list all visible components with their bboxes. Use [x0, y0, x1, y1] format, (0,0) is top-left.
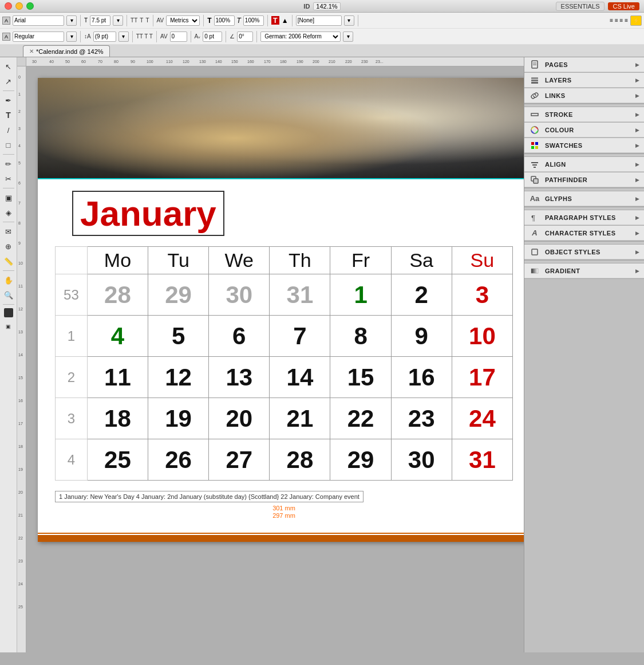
- leading-dropdown[interactable]: ▾: [118, 32, 129, 42]
- leading-input[interactable]: [93, 32, 116, 42]
- panel-links: LINKS ▶: [524, 88, 644, 104]
- panel-pages: PAGES ▶: [524, 57, 644, 73]
- panel-stroke-header[interactable]: STROKE ▶: [524, 107, 644, 122]
- calendar-day-cell[interactable]: 30: [391, 439, 452, 481]
- type-tool[interactable]: T: [2, 108, 15, 122]
- maximize-button[interactable]: [26, 2, 34, 10]
- close-button[interactable]: [5, 2, 12, 10]
- pen-tool[interactable]: ✒: [2, 93, 15, 107]
- panel-object-styles-header[interactable]: OBJECT STYLES ▶: [524, 245, 644, 259]
- font-family-input[interactable]: [13, 15, 64, 26]
- calendar-day-cell[interactable]: 5: [148, 316, 209, 357]
- swatch-none-input[interactable]: [296, 15, 342, 26]
- calendar-day-cell[interactable]: 27: [209, 439, 270, 481]
- font-size-dropdown[interactable]: ▾: [113, 15, 123, 26]
- window-controls[interactable]: [5, 2, 34, 10]
- gradient-feather-tool[interactable]: ◈: [2, 206, 15, 219]
- panel-colour-header[interactable]: COLOUR ▶: [524, 123, 644, 137]
- fill-color[interactable]: [4, 308, 13, 317]
- minimize-button[interactable]: [15, 2, 23, 10]
- cslive-button[interactable]: CS Live: [608, 2, 639, 10]
- vertical-scale-input[interactable]: [243, 15, 264, 26]
- calendar-day-cell[interactable]: 6: [209, 316, 270, 357]
- tab-close-icon[interactable]: ✕: [29, 48, 34, 54]
- kerning-value-input[interactable]: [170, 32, 187, 42]
- calendar-day-cell[interactable]: 9: [391, 316, 452, 357]
- panel-pages-header[interactable]: PAGES ▶: [524, 57, 644, 72]
- direct-select-tool[interactable]: ↗: [2, 74, 15, 88]
- panel-swatches-header[interactable]: SWATCHES ▶: [524, 138, 644, 153]
- note-tool[interactable]: ✉: [2, 225, 15, 238]
- calendar-day-cell[interactable]: 26: [148, 439, 209, 481]
- font-style-dropdown[interactable]: ▾: [66, 32, 77, 42]
- calendar-day-cell[interactable]: 10: [452, 316, 512, 357]
- line-tool[interactable]: /: [2, 123, 15, 137]
- gradient-swatch-tool[interactable]: ▣: [2, 191, 15, 204]
- kerning-select[interactable]: Metrics: [166, 15, 200, 26]
- calendar-day-cell[interactable]: 8: [330, 316, 391, 357]
- hand-tool[interactable]: ✋: [2, 273, 15, 287]
- calendar-day-cell[interactable]: 3: [452, 274, 512, 316]
- panel-gradient-header[interactable]: GRADIENT ▶: [524, 263, 644, 278]
- shape-tool[interactable]: □: [2, 138, 15, 152]
- calendar-day-cell[interactable]: 28: [87, 274, 148, 316]
- calendar-day-cell[interactable]: 13: [209, 357, 270, 398]
- font-size-input[interactable]: [90, 15, 110, 26]
- calendar-day-cell[interactable]: 28: [270, 439, 330, 481]
- font-style-input[interactable]: [13, 32, 64, 42]
- screen-mode[interactable]: ▣: [2, 320, 15, 333]
- panel-layers-header[interactable]: LAYERS ▶: [524, 73, 644, 88]
- calendar-day-cell[interactable]: 21: [270, 398, 330, 439]
- font-family-dropdown[interactable]: ▾: [66, 15, 77, 26]
- calendar-day-cell[interactable]: 29: [148, 274, 209, 316]
- calendar-day-cell[interactable]: 16: [391, 357, 452, 398]
- measure-tool[interactable]: 📏: [2, 254, 15, 268]
- pencil-tool[interactable]: ✏: [2, 157, 15, 171]
- panel-character-styles-header[interactable]: A CHARACTER STYLES ▶: [524, 226, 644, 241]
- skew-input[interactable]: [237, 32, 253, 42]
- panel-pathfinder-header[interactable]: PATHFINDER ▶: [524, 172, 644, 187]
- panel-align-header[interactable]: ALIGN ▶: [524, 157, 644, 172]
- panel-paragraph-styles-header[interactable]: ¶ PARAGRAPH STYLES ▶: [524, 210, 644, 225]
- language-select[interactable]: German: 2006 Reform: [260, 32, 341, 42]
- lightning-button[interactable]: ⚡: [630, 15, 642, 26]
- calendar-day-cell[interactable]: 14: [270, 357, 330, 398]
- zoom-tool[interactable]: 🔍: [2, 288, 15, 302]
- calendar-notes[interactable]: 1 January: New Year's Day 4 January: 2nd…: [55, 491, 364, 502]
- gradient-icon: [529, 265, 540, 277]
- calendar-day-cell[interactable]: 4: [87, 316, 148, 357]
- calendar-day-cell[interactable]: 17: [452, 357, 512, 398]
- scissors-tool[interactable]: ✂: [2, 172, 15, 186]
- select-tool[interactable]: ↖: [2, 60, 15, 73]
- zoom-display[interactable]: 142.1%: [313, 2, 340, 10]
- swatches-arrow: ▶: [635, 143, 639, 148]
- calendar-day-cell[interactable]: 1: [330, 274, 391, 316]
- calendar-day-cell[interactable]: 22: [330, 398, 391, 439]
- document-tab[interactable]: ✕ *Calendar.indd @ 142%: [23, 45, 110, 57]
- swatch-dropdown[interactable]: ▾: [344, 15, 354, 26]
- calendar-day-cell[interactable]: 18: [87, 398, 148, 439]
- calendar-day-cell[interactable]: 12: [148, 357, 209, 398]
- eyedropper-tool[interactable]: ⊕: [2, 239, 15, 253]
- calendar-day-cell[interactable]: 25: [87, 439, 148, 481]
- calendar-day-cell[interactable]: 24: [452, 398, 512, 439]
- calendar-day-cell[interactable]: 23: [391, 398, 452, 439]
- panel-links-header[interactable]: LINKS ▶: [524, 88, 644, 103]
- day-su-header: Su: [452, 247, 512, 274]
- calendar-day-cell[interactable]: 7: [270, 316, 330, 357]
- essentials-button[interactable]: ESSENTIALS: [556, 2, 605, 11]
- calendar-day-cell[interactable]: 11: [87, 357, 148, 398]
- calendar-day-cell[interactable]: 31: [270, 274, 330, 316]
- panel-glyphs-header[interactable]: Aa GLYPHS ▶: [524, 191, 644, 206]
- language-dropdown[interactable]: ▾: [343, 32, 353, 42]
- calendar-day-cell[interactable]: 20: [209, 398, 270, 439]
- calendar-day-cell[interactable]: 30: [209, 274, 270, 316]
- calendar-day-cell[interactable]: 31: [452, 439, 512, 481]
- baseline-input[interactable]: [203, 32, 222, 42]
- calendar-day-cell[interactable]: 2: [391, 274, 452, 316]
- stroke-icon: [529, 109, 540, 120]
- calendar-day-cell[interactable]: 29: [330, 439, 391, 481]
- horizontal-scale-input[interactable]: [214, 15, 235, 26]
- calendar-day-cell[interactable]: 19: [148, 398, 209, 439]
- calendar-day-cell[interactable]: 15: [330, 357, 391, 398]
